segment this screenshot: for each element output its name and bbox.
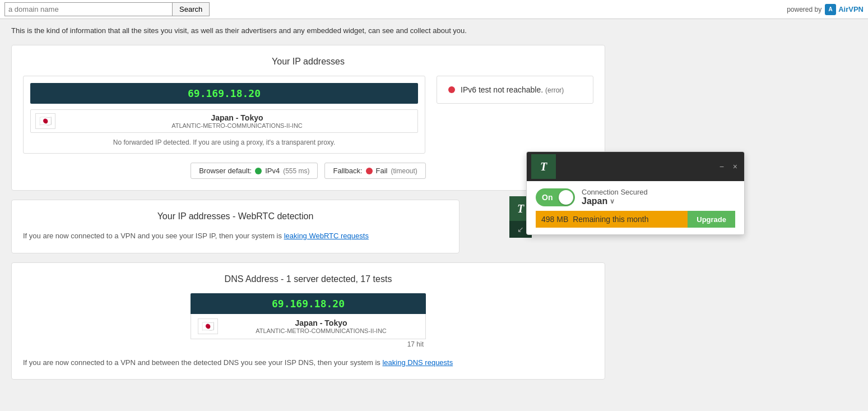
top-bar: Search powered by A AirVPN <box>0 0 868 19</box>
webrtc-card-title: Your IP addresses - WebRTC detection <box>23 211 448 221</box>
fallback-badge: Fallback: Fail (timeout) <box>324 163 425 179</box>
vpn-progress-row: 498 MB Remaining this month Upgrade <box>536 211 735 228</box>
ip-location-row: 🇯🇵 Japan - Tokyo ATLANTIC-METRO-COMMUNIC… <box>30 109 418 133</box>
fallback-red-dot <box>366 168 373 174</box>
japan-flag: 🇯🇵 <box>35 113 55 129</box>
airvpn-shield-icon: A <box>825 4 836 15</box>
vpn-toggle-row: On Connection Secured Japan ∨ <box>536 188 735 206</box>
ip-details-box: 69.169.18.20 🇯🇵 Japan - Tokyo ATLANTIC-M… <box>23 76 425 154</box>
vpn-upgrade-button[interactable]: Upgrade <box>688 211 735 228</box>
vpn-side-logo: T <box>517 202 524 215</box>
vpn-logo-letter: T <box>540 160 547 173</box>
vpn-status-area: Connection Secured Japan ∨ <box>582 188 648 206</box>
vpn-toggle-knob <box>559 190 573 205</box>
dns-location-isp: ATLANTIC-METRO-COMMUNICATIONS-II-INC <box>224 327 419 334</box>
airvpn-brand-text: AirVPN <box>838 5 864 13</box>
vpn-status-text: Connection Secured <box>582 188 648 196</box>
info-text: This is the kind of information that all… <box>11 26 605 36</box>
vpn-country-caret: ∨ <box>610 197 615 205</box>
ipv6-error-label: (error) <box>545 86 564 94</box>
vpn-arrows-icon: ↙ <box>517 225 524 234</box>
vpn-toggle-label: On <box>537 193 553 202</box>
powered-by-text: powered by <box>787 6 821 13</box>
location-isp: ATLANTIC-METRO-COMMUNICATIONS-II-INC <box>61 122 413 129</box>
ipv6-error-dot <box>448 86 455 93</box>
dns-card: DNS Address - 1 server detected, 17 test… <box>11 262 605 380</box>
dns-hit-count: 17 hit <box>191 339 426 349</box>
dns-card-title: DNS Address - 1 server detected, 17 test… <box>23 274 593 284</box>
fallback-label: Fallback: <box>333 167 362 175</box>
ipv6-label: IPv6 test not reachable. <box>461 85 543 94</box>
search-area: Search <box>4 2 210 16</box>
vpn-toggle-switch[interactable]: On <box>536 188 575 206</box>
browser-default-badge: Browser default: IPv4 (555 ms) <box>191 163 318 179</box>
webrtc-leak-link[interactable]: leaking WebRTC requests <box>284 232 369 240</box>
vpn-title-bar: T − × <box>527 152 744 181</box>
browser-default-ms: (555 ms) <box>283 167 309 175</box>
dns-location-info: Japan - Tokyo ATLANTIC-METRO-COMMUNICATI… <box>224 318 419 334</box>
fallback-value: Fail <box>376 167 388 175</box>
vpn-mb-remaining: 498 MB Remaining this month <box>541 215 649 224</box>
vpn-body: On Connection Secured Japan ∨ 498 MB Rem… <box>527 181 744 234</box>
ipv6-box: IPv6 test not reachable. (error) <box>437 76 593 104</box>
dns-japan-flag: 🇯🇵 <box>198 318 218 334</box>
search-input[interactable] <box>4 2 173 16</box>
dns-ip-address: 69.169.18.20 <box>191 293 426 314</box>
ip-section-layout: 69.169.18.20 🇯🇵 Japan - Tokyo ATLANTIC-M… <box>23 76 593 154</box>
ipv6-text: IPv6 test not reachable. (error) <box>461 85 564 94</box>
search-button[interactable]: Search <box>173 2 210 16</box>
protocol-badges: Browser default: IPv4 (555 ms) Fallback:… <box>23 163 593 179</box>
dns-location-city: Japan - Tokyo <box>224 318 419 327</box>
vpn-country[interactable]: Japan ∨ <box>582 196 648 206</box>
ip-addresses-card: Your IP addresses 69.169.18.20 🇯🇵 Japan … <box>11 45 605 191</box>
vpn-widget: T − × On Connection Secured Japan ∨ <box>526 151 745 235</box>
ipv4-green-dot <box>255 168 262 174</box>
browser-default-label: Browser default: <box>199 167 252 175</box>
powered-by-section: powered by A AirVPN <box>787 4 864 15</box>
vpn-close-button[interactable]: × <box>731 161 740 172</box>
dns-wrapper: 69.169.18.20 🇯🇵 Japan - Tokyo ATLANTIC-M… <box>191 293 426 349</box>
vpn-window-controls: − × <box>717 161 740 172</box>
vpn-minimize-button[interactable]: − <box>717 161 726 172</box>
no-forwarded-text: No forwarded IP detected. If you are usi… <box>30 138 418 146</box>
webrtc-card: Your IP addresses - WebRTC detection If … <box>11 200 459 253</box>
browser-default-protocol: IPv4 <box>265 167 280 175</box>
ip-card-title: Your IP addresses <box>23 57 593 67</box>
dns-description: If you are now connected to a VPN and be… <box>23 357 593 368</box>
airvpn-logo[interactable]: A AirVPN <box>825 4 864 15</box>
vpn-progress-bar: 498 MB Remaining this month <box>536 211 688 228</box>
vpn-logo-area: T <box>531 154 556 179</box>
location-city: Japan - Tokyo <box>61 113 413 122</box>
webrtc-description: If you are now connected to a VPN and yo… <box>23 230 448 242</box>
fallback-timeout: (timeout) <box>391 167 417 175</box>
location-info: Japan - Tokyo ATLANTIC-METRO-COMMUNICATI… <box>61 113 413 129</box>
ip-address-display: 69.169.18.20 <box>30 83 418 104</box>
dns-location-row: 🇯🇵 Japan - Tokyo ATLANTIC-METRO-COMMUNIC… <box>191 314 426 339</box>
dns-leak-link[interactable]: leaking DNS requests <box>382 358 453 367</box>
